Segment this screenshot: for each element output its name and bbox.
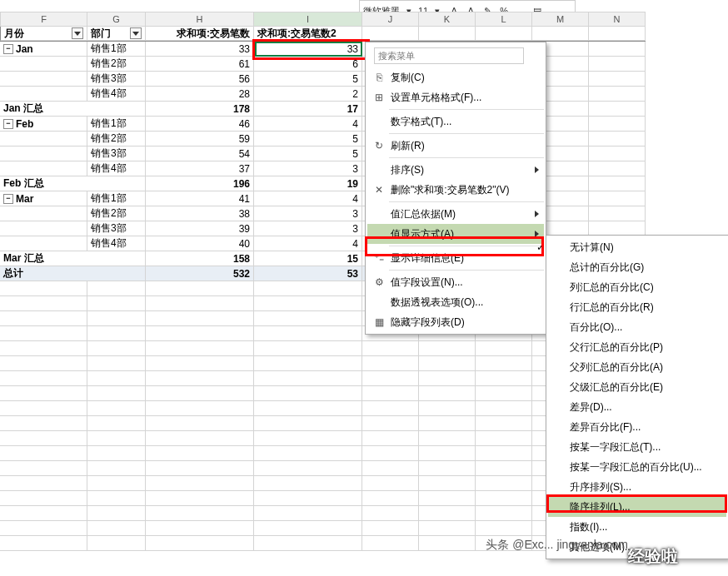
month-cell[interactable] xyxy=(0,132,87,146)
month-cell[interactable]: −Feb xyxy=(0,117,87,132)
dept-cell[interactable]: 销售3部 xyxy=(87,221,146,236)
submenu-item[interactable]: ✓无计算(N) xyxy=(548,237,726,257)
menu-item[interactable]: ⁺₌显示详细信息(E) xyxy=(367,248,544,268)
dept-cell[interactable]: 销售2部 xyxy=(87,206,146,221)
value-cell[interactable]: 37 xyxy=(146,161,254,176)
dropdown-icon[interactable] xyxy=(72,27,83,39)
value-cell[interactable]: 4 xyxy=(254,117,362,132)
menu-search-input[interactable] xyxy=(374,47,524,64)
dept-cell[interactable]: 销售3部 xyxy=(87,72,146,87)
submenu-item[interactable]: 父级汇总的百分比(E) xyxy=(548,377,726,397)
value-cell[interactable]: 4 xyxy=(254,236,362,251)
dropdown-icon[interactable] xyxy=(130,27,142,39)
value-cell[interactable]: 59 xyxy=(146,132,254,146)
header-month[interactable]: 月份 xyxy=(0,27,87,41)
value-cell[interactable]: 33 xyxy=(146,42,254,57)
submenu-item[interactable]: 列汇总的百分比(C) xyxy=(548,277,726,297)
menu-item[interactable]: ⊞设置单元格格式(F)... xyxy=(367,87,544,107)
submenu-item[interactable]: 升序排列(S)... xyxy=(548,477,726,497)
value-cell[interactable]: 46 xyxy=(146,117,254,132)
col-L[interactable]: L xyxy=(476,12,532,27)
col-N[interactable]: N xyxy=(589,12,646,27)
col-F[interactable]: F xyxy=(0,12,87,27)
menu-item[interactable]: 数据透视表选项(O)... xyxy=(367,292,544,312)
submenu-item[interactable]: 降序排列(L)... xyxy=(548,497,726,517)
collapse-icon[interactable]: − xyxy=(3,44,13,54)
month-cell[interactable]: −Mar xyxy=(0,191,87,206)
month-cell[interactable] xyxy=(0,57,87,72)
menu-item[interactable]: 值汇总依据(M) xyxy=(367,204,544,224)
value-cell[interactable]: 3 xyxy=(254,161,362,176)
value-cell[interactable]: 56 xyxy=(146,72,254,87)
header-sum2[interactable]: 求和项:交易笔数2 xyxy=(254,27,362,41)
month-cell[interactable] xyxy=(0,236,87,251)
collapse-icon[interactable]: − xyxy=(3,119,13,129)
month-cell[interactable] xyxy=(0,161,87,176)
menu-item[interactable]: 排序(S) xyxy=(367,160,544,180)
dept-cell[interactable]: 销售1部 xyxy=(87,191,146,206)
menu-item[interactable]: ⚙值字段设置(N)... xyxy=(367,272,544,292)
value-cell[interactable]: 6 xyxy=(254,57,362,72)
collapse-icon[interactable]: − xyxy=(3,194,13,204)
month-cell[interactable]: −Jan xyxy=(0,42,87,57)
subtotal-value[interactable]: 158 xyxy=(146,251,254,266)
submenu-item[interactable]: 百分比(O)... xyxy=(548,317,726,337)
subtotal-label[interactable]: Mar 汇总 xyxy=(0,251,146,266)
dept-cell[interactable]: 销售4部 xyxy=(87,236,146,251)
header-dept[interactable]: 部门 xyxy=(87,27,146,41)
value-cell[interactable]: 41 xyxy=(146,191,254,206)
col-G[interactable]: G xyxy=(87,12,146,27)
value-cell[interactable]: 3 xyxy=(254,206,362,221)
menu-item[interactable]: ▦隐藏字段列表(D) xyxy=(367,312,544,332)
grandtotal-value[interactable]: 53 xyxy=(254,266,362,281)
subtotal-value[interactable]: 19 xyxy=(254,176,362,191)
value-cell[interactable]: 40 xyxy=(146,236,254,251)
value-cell[interactable]: 61 xyxy=(146,57,254,72)
col-H[interactable]: H xyxy=(146,12,254,27)
submenu-item[interactable]: 差异百分比(F)... xyxy=(548,417,726,437)
subtotal-value[interactable]: 17 xyxy=(254,102,362,117)
col-J[interactable]: J xyxy=(362,12,419,27)
subtotal-value[interactable]: 178 xyxy=(146,102,254,117)
month-cell[interactable] xyxy=(0,72,87,87)
month-cell[interactable] xyxy=(0,206,87,221)
month-cell[interactable] xyxy=(0,87,87,102)
subtotal-label[interactable]: Feb 汇总 xyxy=(0,176,146,191)
value-cell[interactable]: 5 xyxy=(254,132,362,146)
submenu-item[interactable]: 行汇总的百分比(R) xyxy=(548,297,726,317)
subtotal-value[interactable]: 15 xyxy=(254,251,362,266)
submenu-item[interactable]: 按某一字段汇总(T)... xyxy=(548,437,726,457)
menu-item[interactable]: 数字格式(T)... xyxy=(367,112,544,132)
menu-item[interactable]: ⎘复制(C) xyxy=(367,67,544,87)
submenu-item[interactable]: 父列汇总的百分比(A) xyxy=(548,357,726,377)
submenu-item[interactable]: 指数(I)... xyxy=(548,517,726,537)
header-sum1[interactable]: 求和项:交易笔数 xyxy=(146,27,254,41)
month-cell[interactable] xyxy=(0,221,87,236)
col-M[interactable]: M xyxy=(532,12,589,27)
value-cell[interactable]: 3 xyxy=(254,221,362,236)
value-cell[interactable]: 54 xyxy=(146,146,254,161)
grandtotal-value[interactable]: 532 xyxy=(146,266,254,281)
value-cell[interactable]: 38 xyxy=(146,206,254,221)
dept-cell[interactable]: 销售4部 xyxy=(87,161,146,176)
dept-cell[interactable]: 销售1部 xyxy=(87,117,146,132)
value-cell[interactable]: 28 xyxy=(146,87,254,102)
dept-cell[interactable]: 销售4部 xyxy=(87,87,146,102)
value-cell[interactable]: 39 xyxy=(146,221,254,236)
submenu-item[interactable]: 差异(D)... xyxy=(548,397,726,417)
col-K[interactable]: K xyxy=(419,12,476,27)
subtotal-label[interactable]: Jan 汇总 xyxy=(0,102,146,117)
subtotal-value[interactable]: 196 xyxy=(146,176,254,191)
value-cell[interactable]: 5 xyxy=(254,72,362,87)
dept-cell[interactable]: 销售2部 xyxy=(87,57,146,72)
value-cell[interactable]: 4 xyxy=(254,191,362,206)
menu-item[interactable]: ↻刷新(R) xyxy=(367,136,544,156)
menu-item[interactable]: ✕删除"求和项:交易笔数2"(V) xyxy=(367,180,544,200)
value-cell[interactable]: 2 xyxy=(254,87,362,102)
menu-item[interactable]: 值显示方式(A) xyxy=(367,224,544,244)
submenu-item[interactable]: 总计的百分比(G) xyxy=(548,257,726,277)
dept-cell[interactable]: 销售3部 xyxy=(87,146,146,161)
month-cell[interactable] xyxy=(0,146,87,161)
col-I[interactable]: I xyxy=(254,12,362,27)
submenu-item[interactable]: 父行汇总的百分比(P) xyxy=(548,337,726,357)
